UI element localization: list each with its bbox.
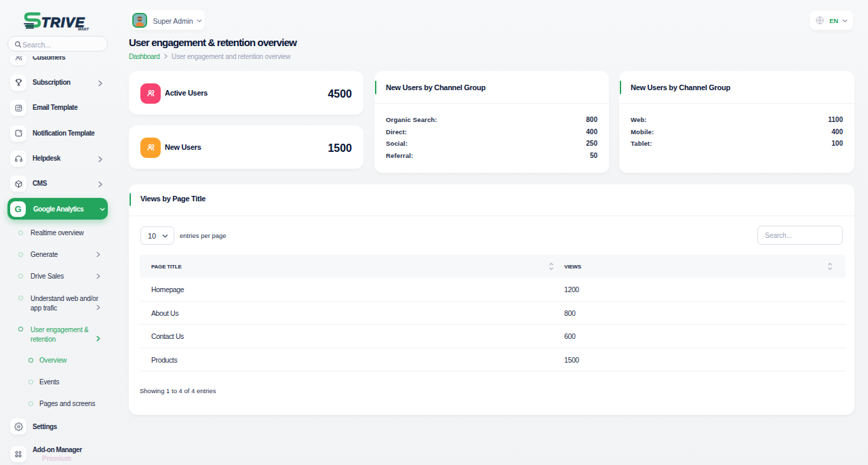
svg-text:MART: MART bbox=[78, 27, 89, 31]
